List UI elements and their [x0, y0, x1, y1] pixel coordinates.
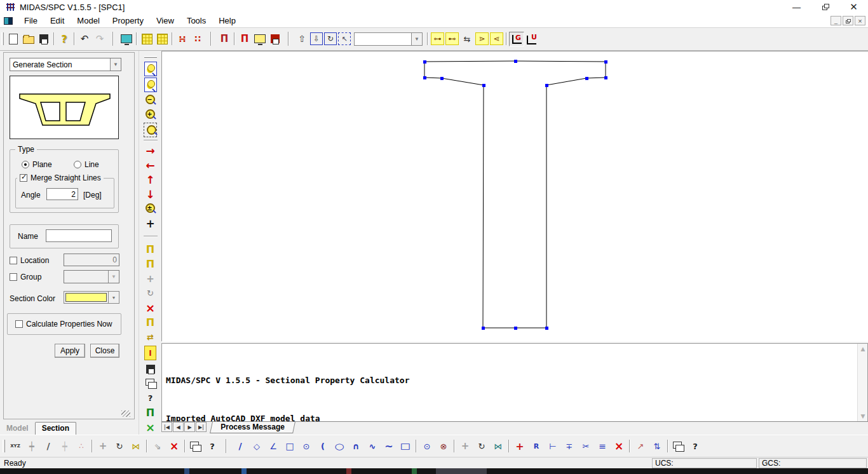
modify-section-icon[interactable]: Π [143, 257, 158, 271]
mode-combobox-arrow-icon[interactable]: ▼ [110, 58, 121, 71]
radio-line-circle[interactable] [74, 161, 81, 168]
draw-circle-center-icon[interactable]: ⊙ [419, 439, 435, 454]
scroll-up-icon[interactable]: ▲ [858, 344, 868, 354]
divide-points-icon[interactable]: ∴ [73, 439, 90, 454]
delete-model-icon[interactable]: × [143, 420, 158, 435]
intersect-icon[interactable]: + [512, 439, 528, 454]
project-point-icon[interactable]: ⇘ [149, 439, 166, 454]
generate-section-icon[interactable]: Π [143, 242, 158, 257]
draw-spline-icon[interactable]: ∿ [364, 439, 381, 454]
pan-icon[interactable]: + [143, 216, 158, 231]
close-panel-button[interactable]: Close [90, 344, 119, 358]
name-input[interactable] [46, 229, 112, 242]
delete-section-icon[interactable]: × [143, 301, 158, 315]
group-combobox[interactable]: ▼ [64, 270, 119, 283]
zoom-in-icon[interactable]: + [143, 107, 158, 122]
group-combobox-arrow-icon[interactable]: ▼ [108, 271, 119, 283]
merge-points-icon[interactable]: ∺ [175, 32, 190, 46]
radio-plane[interactable]: Plane [22, 160, 52, 169]
zoom-previous-icon[interactable] [144, 123, 157, 137]
pan-right-icon[interactable]: → [143, 143, 158, 158]
snap-line-icon[interactable]: / [40, 439, 57, 454]
tab-first-button[interactable]: |◀ [161, 422, 172, 432]
angle-input[interactable] [46, 188, 78, 200]
mdi-close-button[interactable]: × [855, 16, 865, 25]
menu-property[interactable]: Property [106, 14, 150, 27]
menu-file[interactable]: File [18, 14, 44, 27]
calc-checkbox-row[interactable]: Calculate Properties Now [15, 320, 112, 328]
mdi-document-icon[interactable] [4, 17, 13, 25]
panel-resize-grip[interactable] [121, 410, 130, 417]
mode-combobox[interactable]: Generate Section ▼ [10, 58, 121, 71]
draw-circle-icon[interactable]: ⊙ [298, 439, 315, 454]
merge-checkbox[interactable] [20, 174, 27, 182]
snap-grid-icon[interactable] [154, 32, 170, 46]
snap-segment-icon[interactable]: ┿ [24, 439, 40, 454]
section-stamp-icon[interactable]: Π [237, 32, 252, 46]
mirror-shape-icon[interactable]: ⋈ [490, 439, 506, 454]
draw-solid-rect-icon[interactable]: □ [393, 439, 418, 454]
redraw-view-icon[interactable] [119, 32, 134, 46]
node-swap-icon[interactable]: ⇆ [459, 32, 475, 46]
tab-process-message[interactable]: Process Message [210, 422, 295, 433]
rotate-section-icon[interactable]: ↻ [143, 286, 158, 301]
radio-line[interactable]: Line [74, 160, 99, 169]
rotate-shape-icon[interactable]: ↻ [473, 439, 490, 454]
tab-section[interactable]: Section [35, 422, 76, 435]
offset-icon[interactable]: ⇅ [649, 439, 665, 454]
zoom-window-icon[interactable]: ● [144, 78, 157, 92]
scroll-down-icon[interactable]: ▼ [858, 411, 868, 421]
menu-view[interactable]: View [150, 14, 180, 27]
calculate-property-icon[interactable]: I [144, 346, 156, 360]
zoom-dynamic-icon[interactable]: ± [143, 201, 158, 216]
draw-tangent-icon[interactable]: ∠ [265, 439, 281, 454]
node-merge-icon[interactable]: ⊶ [431, 32, 444, 45]
query-shape-icon[interactable]: ? [687, 439, 703, 454]
query-point-icon[interactable]: ? [204, 439, 220, 454]
pan-up-icon[interactable]: ↑ [143, 172, 158, 187]
save-file-icon[interactable] [36, 32, 51, 46]
move-shape-icon[interactable]: + [457, 439, 473, 454]
copy-window2-icon[interactable] [670, 439, 687, 454]
import-model-icon[interactable] [143, 376, 158, 391]
apply-button[interactable]: Apply [55, 344, 85, 358]
merge-checkbox-row[interactable]: Merge Straight Lines [17, 173, 104, 182]
trim-icon[interactable]: ∓ [561, 439, 578, 454]
node-connect-icon[interactable]: ⋗ [475, 32, 489, 45]
move-point-icon[interactable]: + [95, 439, 111, 454]
location-input[interactable] [64, 254, 119, 266]
menu-help[interactable]: Help [212, 14, 242, 27]
ucs-axis-icon[interactable]: U [524, 32, 539, 46]
move-section-icon[interactable]: + [143, 271, 158, 286]
save-model-icon[interactable] [143, 362, 158, 376]
calc-checkbox[interactable] [15, 320, 23, 328]
node-intersect-icon[interactable]: ⊷ [445, 32, 459, 45]
draw-rectangle-icon[interactable]: □ [281, 439, 298, 454]
copy-window-icon[interactable] [187, 439, 204, 454]
help-icon[interactable]: ? [57, 32, 72, 46]
offset-align-icon[interactable]: ≡ [594, 439, 611, 454]
group-checkbox[interactable] [10, 273, 17, 281]
rotate-point-icon[interactable]: ↻ [111, 439, 128, 454]
export-section-icon[interactable]: Π [143, 405, 158, 420]
gcs-axis-icon[interactable]: G [509, 32, 524, 46]
tab-next-button[interactable]: ▶ [184, 422, 195, 432]
selection-combobox[interactable]: ▼ [354, 32, 423, 46]
mirror-point-icon[interactable]: ⋈ [128, 439, 144, 454]
save-section-icon[interactable] [268, 32, 283, 46]
delete-point-icon[interactable]: × [166, 439, 182, 454]
location-checkbox[interactable] [10, 257, 17, 264]
menu-edit[interactable]: Edit [44, 14, 71, 27]
select-box-icon[interactable]: ⇩ [310, 32, 323, 45]
section-color-arrow-icon[interactable]: ▼ [108, 292, 119, 303]
draw-line-icon[interactable]: / [232, 439, 248, 454]
section-color-picker[interactable]: ▼ [64, 291, 119, 304]
menu-tools[interactable]: Tools [180, 14, 212, 27]
select-window-icon[interactable]: ↖ [338, 32, 351, 45]
minimize-button[interactable]: — [782, 0, 811, 14]
close-button[interactable]: ✕ [839, 0, 868, 14]
menu-model[interactable]: Model [71, 14, 105, 27]
fillet-icon[interactable]: R [528, 439, 545, 454]
pan-left-icon[interactable]: ← [143, 158, 158, 172]
query-model-icon[interactable]: ? [143, 391, 158, 405]
